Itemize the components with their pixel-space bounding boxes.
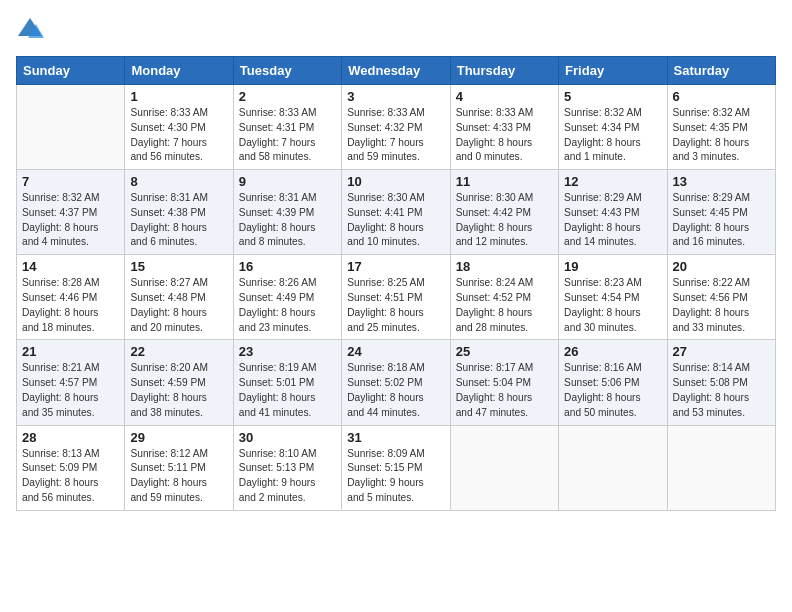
day-info: Sunrise: 8:12 AM Sunset: 5:11 PM Dayligh… (130, 447, 227, 506)
calendar-day-cell: 23Sunrise: 8:19 AM Sunset: 5:01 PM Dayli… (233, 340, 341, 425)
day-number: 20 (673, 259, 770, 274)
logo-icon (16, 16, 44, 44)
day-info: Sunrise: 8:31 AM Sunset: 4:39 PM Dayligh… (239, 191, 336, 250)
day-info: Sunrise: 8:29 AM Sunset: 4:45 PM Dayligh… (673, 191, 770, 250)
calendar-day-cell: 31Sunrise: 8:09 AM Sunset: 5:15 PM Dayli… (342, 425, 450, 510)
calendar-day-cell: 17Sunrise: 8:25 AM Sunset: 4:51 PM Dayli… (342, 255, 450, 340)
calendar-day-cell: 5Sunrise: 8:32 AM Sunset: 4:34 PM Daylig… (559, 85, 667, 170)
day-number: 11 (456, 174, 553, 189)
calendar-week-row: 21Sunrise: 8:21 AM Sunset: 4:57 PM Dayli… (17, 340, 776, 425)
calendar-day-cell: 10Sunrise: 8:30 AM Sunset: 4:41 PM Dayli… (342, 170, 450, 255)
day-info: Sunrise: 8:33 AM Sunset: 4:32 PM Dayligh… (347, 106, 444, 165)
calendar-day-cell: 7Sunrise: 8:32 AM Sunset: 4:37 PM Daylig… (17, 170, 125, 255)
calendar-day-cell: 2Sunrise: 8:33 AM Sunset: 4:31 PM Daylig… (233, 85, 341, 170)
day-number: 23 (239, 344, 336, 359)
day-info: Sunrise: 8:16 AM Sunset: 5:06 PM Dayligh… (564, 361, 661, 420)
day-number: 4 (456, 89, 553, 104)
day-number: 15 (130, 259, 227, 274)
day-info: Sunrise: 8:21 AM Sunset: 4:57 PM Dayligh… (22, 361, 119, 420)
weekday-header-tuesday: Tuesday (233, 57, 341, 85)
calendar-day-cell: 24Sunrise: 8:18 AM Sunset: 5:02 PM Dayli… (342, 340, 450, 425)
calendar-day-cell: 16Sunrise: 8:26 AM Sunset: 4:49 PM Dayli… (233, 255, 341, 340)
calendar-day-cell (17, 85, 125, 170)
calendar-day-cell: 25Sunrise: 8:17 AM Sunset: 5:04 PM Dayli… (450, 340, 558, 425)
day-number: 13 (673, 174, 770, 189)
calendar-table: SundayMondayTuesdayWednesdayThursdayFrid… (16, 56, 776, 511)
calendar-day-cell: 4Sunrise: 8:33 AM Sunset: 4:33 PM Daylig… (450, 85, 558, 170)
day-number: 26 (564, 344, 661, 359)
day-info: Sunrise: 8:13 AM Sunset: 5:09 PM Dayligh… (22, 447, 119, 506)
day-info: Sunrise: 8:25 AM Sunset: 4:51 PM Dayligh… (347, 276, 444, 335)
day-info: Sunrise: 8:23 AM Sunset: 4:54 PM Dayligh… (564, 276, 661, 335)
day-info: Sunrise: 8:27 AM Sunset: 4:48 PM Dayligh… (130, 276, 227, 335)
weekday-header-thursday: Thursday (450, 57, 558, 85)
day-number: 29 (130, 430, 227, 445)
calendar-day-cell: 14Sunrise: 8:28 AM Sunset: 4:46 PM Dayli… (17, 255, 125, 340)
day-number: 1 (130, 89, 227, 104)
day-number: 21 (22, 344, 119, 359)
calendar-day-cell: 3Sunrise: 8:33 AM Sunset: 4:32 PM Daylig… (342, 85, 450, 170)
day-number: 31 (347, 430, 444, 445)
day-info: Sunrise: 8:22 AM Sunset: 4:56 PM Dayligh… (673, 276, 770, 335)
calendar-day-cell: 11Sunrise: 8:30 AM Sunset: 4:42 PM Dayli… (450, 170, 558, 255)
calendar-day-cell: 18Sunrise: 8:24 AM Sunset: 4:52 PM Dayli… (450, 255, 558, 340)
day-number: 18 (456, 259, 553, 274)
calendar-day-cell: 8Sunrise: 8:31 AM Sunset: 4:38 PM Daylig… (125, 170, 233, 255)
calendar-day-cell: 12Sunrise: 8:29 AM Sunset: 4:43 PM Dayli… (559, 170, 667, 255)
weekday-header-saturday: Saturday (667, 57, 775, 85)
day-number: 5 (564, 89, 661, 104)
day-number: 3 (347, 89, 444, 104)
day-number: 19 (564, 259, 661, 274)
day-info: Sunrise: 8:09 AM Sunset: 5:15 PM Dayligh… (347, 447, 444, 506)
day-number: 16 (239, 259, 336, 274)
day-number: 22 (130, 344, 227, 359)
calendar-day-cell: 15Sunrise: 8:27 AM Sunset: 4:48 PM Dayli… (125, 255, 233, 340)
day-number: 12 (564, 174, 661, 189)
calendar-day-cell: 20Sunrise: 8:22 AM Sunset: 4:56 PM Dayli… (667, 255, 775, 340)
calendar-day-cell: 26Sunrise: 8:16 AM Sunset: 5:06 PM Dayli… (559, 340, 667, 425)
calendar-day-cell (667, 425, 775, 510)
weekday-header-sunday: Sunday (17, 57, 125, 85)
day-info: Sunrise: 8:28 AM Sunset: 4:46 PM Dayligh… (22, 276, 119, 335)
logo (16, 16, 48, 44)
day-number: 17 (347, 259, 444, 274)
day-info: Sunrise: 8:10 AM Sunset: 5:13 PM Dayligh… (239, 447, 336, 506)
calendar-day-cell: 22Sunrise: 8:20 AM Sunset: 4:59 PM Dayli… (125, 340, 233, 425)
day-info: Sunrise: 8:32 AM Sunset: 4:35 PM Dayligh… (673, 106, 770, 165)
calendar-week-row: 28Sunrise: 8:13 AM Sunset: 5:09 PM Dayli… (17, 425, 776, 510)
day-number: 9 (239, 174, 336, 189)
day-number: 27 (673, 344, 770, 359)
weekday-header-wednesday: Wednesday (342, 57, 450, 85)
day-info: Sunrise: 8:18 AM Sunset: 5:02 PM Dayligh… (347, 361, 444, 420)
day-info: Sunrise: 8:32 AM Sunset: 4:34 PM Dayligh… (564, 106, 661, 165)
day-info: Sunrise: 8:33 AM Sunset: 4:30 PM Dayligh… (130, 106, 227, 165)
weekday-header-monday: Monday (125, 57, 233, 85)
day-number: 7 (22, 174, 119, 189)
calendar-day-cell: 21Sunrise: 8:21 AM Sunset: 4:57 PM Dayli… (17, 340, 125, 425)
calendar-day-cell: 6Sunrise: 8:32 AM Sunset: 4:35 PM Daylig… (667, 85, 775, 170)
calendar-day-cell: 19Sunrise: 8:23 AM Sunset: 4:54 PM Dayli… (559, 255, 667, 340)
day-info: Sunrise: 8:33 AM Sunset: 4:33 PM Dayligh… (456, 106, 553, 165)
calendar-week-row: 14Sunrise: 8:28 AM Sunset: 4:46 PM Dayli… (17, 255, 776, 340)
day-info: Sunrise: 8:26 AM Sunset: 4:49 PM Dayligh… (239, 276, 336, 335)
page-header (16, 16, 776, 44)
day-number: 25 (456, 344, 553, 359)
calendar-day-cell (559, 425, 667, 510)
day-info: Sunrise: 8:24 AM Sunset: 4:52 PM Dayligh… (456, 276, 553, 335)
day-number: 28 (22, 430, 119, 445)
day-number: 8 (130, 174, 227, 189)
calendar-day-cell: 9Sunrise: 8:31 AM Sunset: 4:39 PM Daylig… (233, 170, 341, 255)
day-number: 2 (239, 89, 336, 104)
day-info: Sunrise: 8:30 AM Sunset: 4:42 PM Dayligh… (456, 191, 553, 250)
day-info: Sunrise: 8:17 AM Sunset: 5:04 PM Dayligh… (456, 361, 553, 420)
day-info: Sunrise: 8:19 AM Sunset: 5:01 PM Dayligh… (239, 361, 336, 420)
day-info: Sunrise: 8:20 AM Sunset: 4:59 PM Dayligh… (130, 361, 227, 420)
calendar-day-cell: 13Sunrise: 8:29 AM Sunset: 4:45 PM Dayli… (667, 170, 775, 255)
day-info: Sunrise: 8:30 AM Sunset: 4:41 PM Dayligh… (347, 191, 444, 250)
calendar-day-cell: 1Sunrise: 8:33 AM Sunset: 4:30 PM Daylig… (125, 85, 233, 170)
day-info: Sunrise: 8:29 AM Sunset: 4:43 PM Dayligh… (564, 191, 661, 250)
day-info: Sunrise: 8:32 AM Sunset: 4:37 PM Dayligh… (22, 191, 119, 250)
calendar-day-cell (450, 425, 558, 510)
day-info: Sunrise: 8:33 AM Sunset: 4:31 PM Dayligh… (239, 106, 336, 165)
day-number: 6 (673, 89, 770, 104)
